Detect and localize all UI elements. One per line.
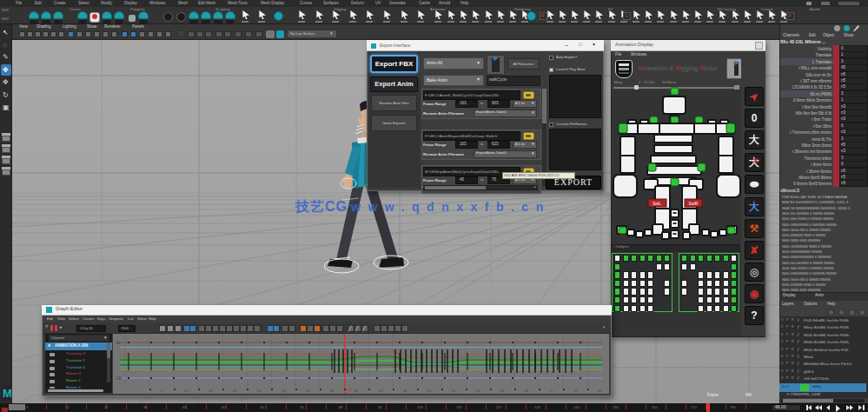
- svg-text:72: 72: [549, 389, 553, 393]
- svg-text:76: 76: [573, 389, 578, 393]
- svg-text:60: 60: [476, 389, 480, 393]
- svg-text:24: 24: [257, 389, 262, 393]
- svg-text:28: 28: [282, 389, 286, 393]
- svg-text:32: 32: [306, 389, 310, 393]
- svg-text:16: 16: [209, 389, 213, 393]
- svg-text:48: 48: [403, 389, 407, 393]
- svg-text:48: 48: [348, 387, 353, 392]
- svg-text:12: 12: [184, 389, 189, 393]
- svg-text:13b: 13b: [116, 376, 123, 381]
- svg-text:44: 44: [379, 389, 383, 393]
- svg-text:80: 80: [598, 389, 602, 393]
- svg-text:52: 52: [427, 389, 432, 393]
- svg-text:SelR: SelR: [689, 201, 699, 206]
- svg-text:56: 56: [452, 389, 456, 393]
- svg-text:8: 8: [161, 389, 163, 393]
- svg-text:40: 40: [354, 389, 359, 393]
- svg-text:64: 64: [500, 389, 505, 393]
- svg-text:SelL: SelL: [653, 201, 661, 206]
- svg-text:36: 36: [330, 389, 335, 393]
- svg-text:20: 20: [233, 389, 237, 393]
- svg-text:68: 68: [525, 389, 529, 393]
- svg-text:4a: 4a: [116, 341, 121, 345]
